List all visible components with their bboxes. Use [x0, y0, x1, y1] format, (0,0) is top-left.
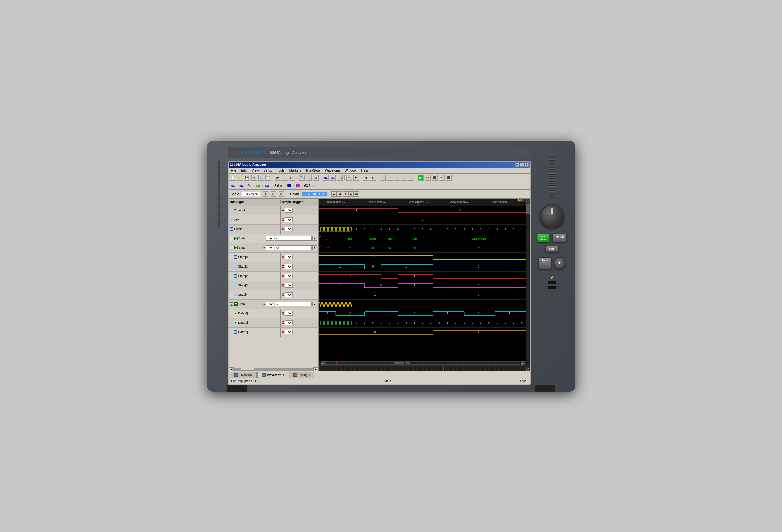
trigger-state3-sel[interactable] [285, 283, 293, 288]
nav-start[interactable]: ⏮ [331, 191, 336, 196]
trigger-state2-val[interactable] [275, 245, 312, 250]
tb-marker2[interactable]: M2 [329, 175, 335, 181]
rotary-knob[interactable] [540, 204, 564, 228]
tb-cont[interactable]: ⟳ [425, 175, 431, 181]
trigger-data1-sel[interactable] [285, 320, 293, 325]
run-rep-button[interactable]: Run Rep [552, 234, 567, 242]
tb-wf1[interactable]: ↗ [380, 175, 386, 181]
tb-new[interactable]: 📄 [230, 175, 236, 181]
trigger-state1b[interactable]: X [281, 262, 319, 271]
run-single-button[interactable]: Run Single [536, 234, 550, 242]
trigger-state2b-sel[interactable] [285, 273, 293, 278]
nav-trigger[interactable]: T [343, 191, 348, 196]
scroll-right-btn[interactable]: ▶ [314, 367, 318, 371]
nav-next[interactable]: ▶ [348, 191, 354, 196]
scroll-thumb[interactable] [241, 368, 254, 371]
trigger-state4-sel[interactable] [285, 292, 293, 297]
h-scrollbar-signal[interactable]: ◀ ▶ [229, 368, 319, 371]
trigger-data1[interactable]: X [281, 318, 319, 328]
tb-stop2[interactable]: ✕ [439, 175, 445, 181]
trigger-state0[interactable]: X [281, 253, 319, 262]
trigger-timeout-select[interactable] [285, 208, 293, 213]
menu-tools[interactable]: Tools [276, 168, 286, 173]
trigger-data0[interactable]: X [281, 309, 319, 318]
tb-wf2[interactable]: ↗ [387, 175, 393, 181]
menu-markers[interactable]: Markers [288, 168, 303, 173]
trigger-data-btn[interactable]: ■ [313, 302, 317, 306]
menu-edit[interactable]: Edit [240, 168, 248, 173]
tb-open[interactable]: 📂 [237, 175, 243, 181]
tab-waveform1[interactable]: Waveform-1 [257, 372, 288, 378]
trigger-state1-btn[interactable]: ▼ [313, 236, 317, 241]
scroll-left-btn[interactable]: ◀ [229, 367, 234, 371]
trigger-state2b[interactable]: X [281, 271, 319, 280]
tb-step2[interactable]: ⊢ [353, 175, 359, 181]
maximize-button[interactable]: □ [520, 163, 524, 167]
data-expand-icon[interactable]: - [230, 302, 234, 306]
trigger-state2-sel[interactable] [266, 245, 274, 250]
nav-end[interactable]: ⏭ [354, 191, 359, 196]
trigger-state1[interactable]: = ▼ [262, 234, 318, 243]
status-button[interactable]: Status... [380, 379, 396, 383]
menu-waveform[interactable]: Waveform [324, 168, 341, 173]
trigger-ack[interactable]: X [281, 215, 319, 224]
menu-help[interactable]: Help [360, 168, 369, 173]
wf-vscroll-thumb[interactable] [527, 204, 530, 214]
close-button[interactable]: ✕ [525, 163, 529, 167]
tb-zoom-fit[interactable]: ⊡ [313, 175, 319, 181]
wf-vscroll-up[interactable]: ▲ [527, 198, 530, 202]
tb-save[interactable]: 💾 [244, 175, 250, 181]
tb-print[interactable]: 🖨 [251, 175, 257, 181]
trigger-state2[interactable]: = ■ [262, 243, 318, 253]
trigger-state1b-sel[interactable] [285, 264, 293, 269]
trigger-ack-select[interactable] [285, 217, 293, 222]
trigger-state1-val[interactable] [275, 236, 312, 241]
tb-play[interactable]: ◀ [363, 175, 369, 181]
tab-listing1[interactable]: Listing-1 [289, 372, 315, 378]
trigger-data-val[interactable] [275, 302, 312, 306]
tb-wf5[interactable]: ↗ [408, 175, 414, 181]
tb-paste[interactable]: 📋 [265, 175, 271, 181]
tb-wf3[interactable]: ↗ [394, 175, 400, 181]
tb-tris[interactable]: Tris [336, 175, 343, 181]
tb-rewind[interactable]: ⏮ [275, 175, 281, 181]
tb-play2[interactable]: ▶ [370, 175, 376, 181]
trigger-state1-sel[interactable] [266, 236, 274, 241]
scale-mode-btn[interactable]: ■ [262, 191, 268, 196]
wf-scroll-thumb[interactable] [393, 362, 410, 364]
trigger-data2-sel[interactable] [285, 330, 293, 335]
trigger-data-sel[interactable] [266, 302, 274, 306]
wf-scroll-end[interactable]: ⏭ [521, 361, 525, 365]
state1-expand-icon[interactable]: - [230, 237, 234, 240]
trigger-clock-select[interactable] [285, 227, 293, 231]
tab-overview[interactable]: Overview [230, 372, 257, 378]
tb-zoom-in[interactable]: 🔍+ [299, 175, 305, 181]
nav-prev[interactable]: ◀ [337, 191, 342, 196]
tb-stop1[interactable]: ⬛ [432, 175, 438, 181]
menu-setup[interactable]: Setup [262, 168, 273, 173]
menu-runstop[interactable]: Run/Stop [305, 168, 321, 173]
minimize-button[interactable]: ─ [516, 163, 520, 167]
trigger-data[interactable]: = ■ [262, 300, 318, 309]
state2-expand-icon[interactable]: - [230, 246, 234, 250]
tb-forward[interactable]: ⏭ [289, 175, 295, 181]
wf-vscroll-down[interactable]: ▼ [527, 367, 530, 371]
tb-stop3[interactable]: ⬛ [446, 175, 452, 181]
tb-marker1[interactable]: M1 [322, 175, 328, 181]
tb-wf4[interactable]: ↗ [401, 175, 407, 181]
tb-step1[interactable]: ⊣ [346, 175, 352, 181]
trigger-state3[interactable]: X [281, 281, 319, 290]
trigger-data2[interactable]: X [281, 328, 319, 337]
trigger-state4[interactable]: X [281, 290, 319, 299]
power-button[interactable]: ⏻ [554, 257, 566, 269]
scale-value[interactable]: 3.35 ns/div [242, 191, 260, 196]
wf-scroll-start[interactable]: ⏮ [320, 361, 324, 365]
scale-zoom-btn[interactable]: ⊞ [271, 191, 276, 196]
trigger-data0-sel[interactable] [285, 311, 293, 316]
touch-off-button[interactable]: Touch Off [538, 257, 552, 269]
menu-view[interactable]: View [250, 168, 260, 173]
tb-zoom-out[interactable]: 🔍- [306, 175, 312, 181]
trigger-state2-btn[interactable]: ■ [313, 245, 317, 250]
scale-fit-btn[interactable]: ⊠ [279, 191, 284, 196]
trigger-timeout[interactable]: ⌐ [281, 206, 319, 215]
